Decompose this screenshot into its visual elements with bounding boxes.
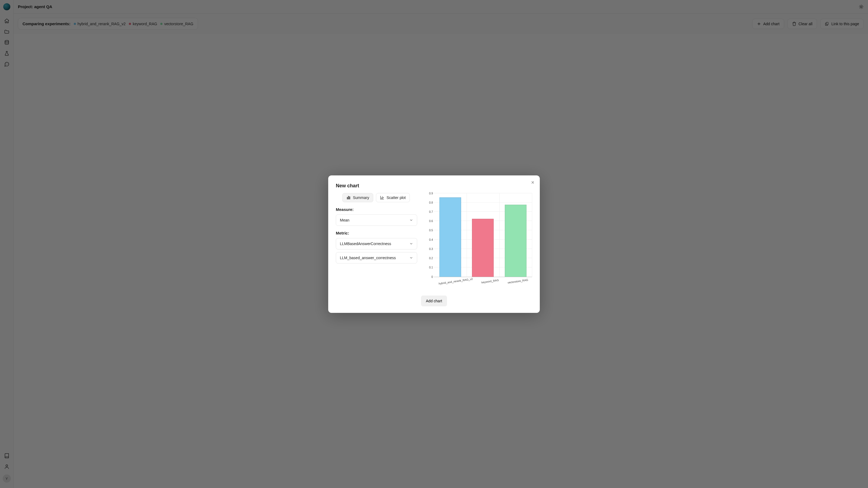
chart-y-tick: 0.2 [426,257,433,260]
chart-wrap: 00.10.20.30.40.50.60.70.80.9 [426,193,532,277]
chart-x-labels: hybrid_and_rerank_RAG_v2keyword_RAGvecto… [434,277,532,288]
modal-title: New chart [336,183,532,189]
chart-y-tick: 0.3 [426,247,433,250]
chart-vline [499,193,500,277]
close-icon[interactable] [530,180,535,185]
svg-point-10 [382,198,382,199]
chart-y-tick: 0.6 [426,220,433,223]
svg-rect-4 [347,197,348,199]
chart-bar [505,205,527,276]
chart-bar-inner [505,205,527,276]
chart-y-tick: 0 [426,275,433,278]
chart-bar-inner [439,197,461,277]
tab-label: Scatter plot [386,195,406,200]
chevron-down-icon [409,256,413,260]
tab-label: Summary [353,195,369,200]
metric-label: Metric: [336,231,417,235]
metric-select-1[interactable]: LLMBasedAnswerCorrectness [336,238,417,250]
chart-x-label: vectorstore_RAG [507,278,529,289]
modal-footer: Add chart [336,295,532,306]
modal-right: 00.10.20.30.40.50.60.70.80.9 hybrid_and_… [426,193,532,288]
chart-type-tabs: Summary Scatter plot [342,193,417,202]
svg-point-7 [381,198,382,198]
svg-rect-6 [349,197,350,199]
chart-y-tick: 0.9 [426,192,433,195]
chevron-down-icon [409,218,413,222]
chart-y-tick: 0.8 [426,201,433,204]
modal-left: Summary Scatter plot Measure: Mean Metri… [336,193,417,288]
svg-point-8 [382,197,383,197]
chart-x-label: hybrid_and_rerank_RAG_v2 [438,278,474,290]
select-value: LLMBasedAnswerCorrectness [340,241,391,246]
chart-bar-inner [472,219,494,277]
modal-overlay[interactable]: New chart Summary Scatter plot Measure: [0,0,868,488]
chart-y-tick: 0.1 [426,266,433,269]
chart-x-label: keyword_RAG [481,279,500,289]
measure-select[interactable]: Mean [336,215,417,226]
metric-select-2[interactable]: LLM_based_answer_correctness [336,252,417,263]
svg-point-9 [383,197,383,198]
chart-bar [472,219,494,277]
new-chart-modal: New chart Summary Scatter plot Measure: [328,175,540,313]
chart-y-tick: 0.7 [426,210,433,213]
add-chart-confirm-button[interactable]: Add chart [421,295,447,306]
measure-label: Measure: [336,207,417,212]
chart-y-tick: 0.4 [426,238,433,241]
tab-scatter[interactable]: Scatter plot [376,193,410,202]
chart-y-tick: 0.5 [426,229,433,232]
chevron-down-icon [409,242,413,246]
chart-bar [439,197,461,277]
tab-summary[interactable]: Summary [342,193,373,202]
modal-body: Summary Scatter plot Measure: Mean Metri… [336,193,532,288]
select-value: LLM_based_answer_correctness [340,256,396,260]
chart-plot: 00.10.20.30.40.50.60.70.80.9 [434,193,532,277]
svg-rect-5 [348,196,349,199]
select-value: Mean [340,218,349,222]
